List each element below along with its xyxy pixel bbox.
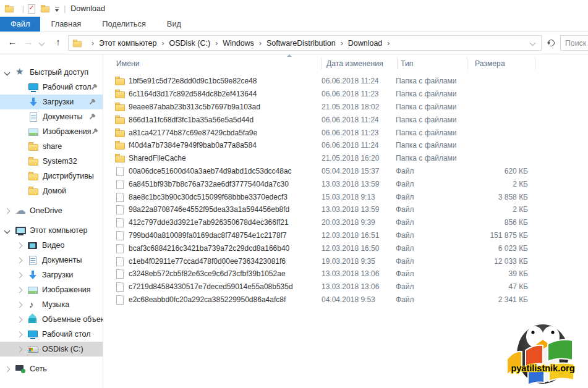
search-input[interactable] bbox=[561, 36, 588, 50]
sidebar-item[interactable]: System32 bbox=[0, 154, 103, 169]
file-size: 47 КБ bbox=[464, 282, 528, 291]
tree-chevron-icon[interactable] bbox=[17, 316, 23, 323]
column-header-date[interactable]: Дата изменения bbox=[322, 57, 398, 70]
cloud-icon bbox=[15, 206, 26, 216]
file-list-pane: Имени Дата изменения Тип Размера 1bf5e91… bbox=[104, 54, 588, 388]
address-dropdown-chevron-icon[interactable] bbox=[530, 40, 536, 46]
tree-chevron-icon[interactable] bbox=[17, 257, 23, 263]
sidebar-item[interactable]: Документы bbox=[0, 253, 103, 268]
sidebar-item[interactable]: Домой bbox=[0, 183, 103, 198]
tree-chevron-icon[interactable] bbox=[17, 302, 23, 308]
column-header-type[interactable]: Тип bbox=[398, 57, 467, 70]
breadcrumb-item[interactable]: SoftwareDistribution › bbox=[266, 39, 348, 48]
tree-chevron-icon[interactable] bbox=[4, 208, 11, 214]
file-row[interactable]: SharedFileCache 21.05.2018 16:20 Папка с… bbox=[104, 152, 588, 165]
tree-chevron-icon[interactable] bbox=[17, 242, 23, 248]
file-row[interactable]: 9eaee87abab23b313c5b7697b9a103ad 21.05.2… bbox=[104, 101, 588, 114]
sidebar-item-label: Дистрибутивы bbox=[43, 172, 94, 180]
sidebar-item[interactable]: Документы bbox=[0, 109, 103, 124]
ribbon-tab[interactable]: Поделиться bbox=[92, 17, 156, 32]
file-type: Файл bbox=[396, 282, 464, 291]
file-row[interactable]: e2c68eabbd0fc20a292ca385229950d86a4afc8f… bbox=[104, 293, 588, 306]
file-row[interactable]: 6a8451bf93b7b8c76a732ae6df37775404da7c30… bbox=[104, 177, 588, 190]
sidebar-item[interactable]: Дистрибутивы bbox=[0, 169, 103, 183]
sidebar-item[interactable]: Рабочий стол bbox=[0, 327, 103, 342]
file-row[interactable]: c3248eb572cb5f82e63ce9c6d73cfbf39b1052ae… bbox=[104, 268, 588, 280]
sidebar-item[interactable]: Сеть bbox=[0, 361, 103, 376]
ribbon-tab[interactable]: Главная bbox=[40, 17, 92, 32]
file-row[interactable]: a81ca421774b87c69e87429cbda5fa9e 06.06.2… bbox=[104, 126, 588, 139]
customize-quick-access-icon[interactable] bbox=[54, 5, 60, 12]
sidebar-item-label: Документы bbox=[43, 112, 82, 121]
back-icon[interactable]: ← bbox=[6, 36, 19, 48]
sidebar-item[interactable]: Изображения bbox=[0, 124, 103, 139]
sidebar-item[interactable]: Объемные объекты bbox=[0, 312, 103, 327]
sidebar-item[interactable]: Видео bbox=[0, 238, 103, 253]
file-row[interactable]: 98a22a8708746e4552f95dea33a1a594456eb8fd… bbox=[104, 203, 588, 216]
breadcrumb-item[interactable]: OSDisk (C:) › bbox=[169, 39, 223, 48]
sidebar-item[interactable]: Загрузки bbox=[0, 268, 103, 282]
sidebar-item[interactable]: share bbox=[0, 139, 103, 154]
forward-icon[interactable]: → bbox=[22, 36, 35, 48]
properties-quick-icon[interactable] bbox=[28, 4, 35, 13]
file-name: f40d4a7b7384e7949f9bab0a77a8a584 bbox=[129, 141, 322, 150]
download-icon bbox=[28, 97, 39, 107]
folder-icon bbox=[28, 141, 39, 151]
tree-chevron-icon[interactable] bbox=[4, 69, 11, 75]
file-row[interactable]: c1eb4f02911e77ccad478f0d00ee7363423081f6… bbox=[104, 255, 588, 268]
tree-chevron-icon[interactable] bbox=[17, 272, 23, 278]
file-row[interactable]: bcaf3c6884216c3421ba739a72c29dcd8a166b40… bbox=[104, 242, 588, 255]
ribbon-tab[interactable]: Вид bbox=[156, 17, 192, 32]
tree-chevron-icon[interactable] bbox=[17, 331, 23, 337]
up-icon[interactable]: ↑ bbox=[52, 36, 64, 48]
breadcrumb-item[interactable]: Этот компьютер › bbox=[99, 39, 169, 48]
breadcrumb-label: SoftwareDistribution bbox=[266, 39, 336, 48]
file-row[interactable]: c7219d84584330517e7deced59014e55a08b535d… bbox=[104, 280, 588, 293]
tree-chevron-icon[interactable] bbox=[17, 346, 23, 352]
search-box[interactable] bbox=[560, 35, 588, 51]
file-type: Файл bbox=[396, 244, 464, 253]
refresh-icon[interactable] bbox=[547, 38, 556, 48]
file-size: 6 023 КБ bbox=[464, 244, 528, 253]
file-row[interactable]: 799bd40a810089fa0169dac8f748754e1c2178f7… bbox=[104, 229, 588, 242]
file-row[interactable]: 1bf5e91c5d72e8dd0d9c1bc59e82ce48 06.06.2… bbox=[104, 75, 588, 88]
column-header-name[interactable]: Имени bbox=[104, 57, 322, 70]
sidebar-item[interactable]: Рабочий стол bbox=[0, 80, 103, 95]
file-row[interactable]: f40d4a7b7384e7949f9bab0a77a8a584 06.06.2… bbox=[104, 139, 588, 152]
file-date: 13.03.2018 13:59 bbox=[322, 205, 396, 214]
file-row[interactable]: 6c1164d3d17c892d584dc8b2ef413644 06.06.2… bbox=[104, 88, 588, 101]
file-row[interactable]: 866d1a1fc68df3fc1ba35a56e5a5d44d 06.06.2… bbox=[104, 113, 588, 126]
address-bar[interactable]: › Этот компьютер › OSDisk (C:) › Windows… bbox=[68, 35, 542, 51]
recent-locations-chevron-icon[interactable] bbox=[39, 40, 45, 46]
sidebar-item[interactable]: OSDisk (C:) bbox=[0, 342, 103, 356]
file-row[interactable]: 8ae8c1bc3b90c30dc515099f68bbbe3370edecf3… bbox=[104, 190, 588, 203]
sidebar-item[interactable]: Изображения bbox=[0, 282, 103, 297]
tree-chevron-icon[interactable] bbox=[4, 227, 11, 234]
sidebar-item[interactable]: Быстрый доступ bbox=[0, 65, 103, 80]
file-row[interactable]: 00a06dce51600d40a3aeb74d9abd1dc53dcc48ac… bbox=[104, 165, 588, 178]
sidebar-item[interactable]: Этот компьютер bbox=[0, 223, 103, 238]
file-name: e2c68eabbd0fc20a292ca385229950d86a4afc8f bbox=[129, 295, 322, 304]
tree-chevron-icon[interactable] bbox=[4, 366, 11, 372]
sidebar-item-label: Музыка bbox=[42, 300, 69, 309]
ribbon-tab[interactable]: Файл bbox=[0, 17, 40, 32]
column-header-size[interactable]: Размера bbox=[467, 57, 535, 70]
explorer-folder-icon bbox=[5, 4, 14, 12]
sidebar-item[interactable]: Загрузки bbox=[0, 95, 103, 109]
new-folder-quick-icon[interactable] bbox=[41, 4, 50, 12]
sidebar-item[interactable]: Музыка bbox=[0, 297, 103, 312]
tree-chevron-icon[interactable] bbox=[17, 287, 23, 293]
breadcrumb-separator: › bbox=[259, 39, 262, 48]
file-name: 98a22a8708746e4552f95dea33a1a594456eb8fd bbox=[129, 205, 322, 214]
ribbon-tab-bar: ФайлГлавнаяПоделитьсяВид bbox=[0, 17, 588, 32]
file-row[interactable]: 412c797dde3d3921e7ab926350678d4ec366ff21… bbox=[104, 216, 588, 229]
file-date: 12.03.2018 16:50 bbox=[322, 244, 396, 253]
sidebar-item-label: Объемные объекты bbox=[42, 315, 103, 324]
sidebar-item[interactable]: OneDrive bbox=[0, 203, 103, 218]
file-icon bbox=[115, 256, 125, 266]
file-date: 19.03.2018 9:35 bbox=[322, 257, 396, 266]
address-folder-icon bbox=[73, 38, 82, 47]
file-date: 15.03.2018 9:13 bbox=[322, 193, 396, 201]
breadcrumb-item[interactable]: Download › bbox=[348, 39, 395, 48]
breadcrumb-item[interactable]: Windows › bbox=[223, 39, 266, 48]
